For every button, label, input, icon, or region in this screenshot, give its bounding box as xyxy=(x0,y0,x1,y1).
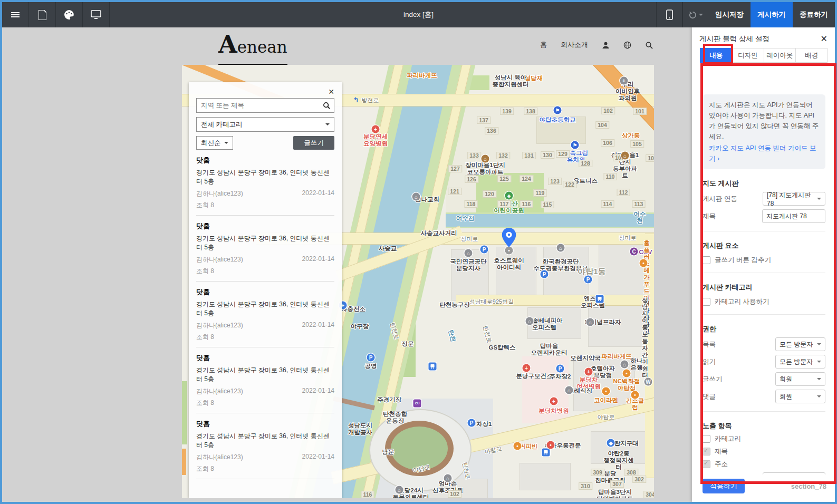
permission-select[interactable]: 모든 방문자 xyxy=(775,337,825,351)
post-date: 2022-01-14 xyxy=(302,321,334,330)
board-close-icon[interactable]: ✕ xyxy=(196,88,334,97)
display-item-checkbox[interactable] xyxy=(703,460,710,468)
board-sort-select[interactable]: 최신순 xyxy=(196,136,233,150)
design-button[interactable] xyxy=(56,2,83,27)
board-title-input[interactable] xyxy=(762,209,825,223)
permission-label: 읽기 xyxy=(703,357,716,366)
permission-label: 댓글 xyxy=(703,392,716,401)
poi-orange-icon: • xyxy=(514,442,522,450)
board-search-input[interactable] xyxy=(197,102,323,109)
post-title: 닷홈 xyxy=(196,287,334,297)
user-icon[interactable] xyxy=(602,41,610,49)
kakao-map[interactable]: 파리바게뜨설담재성남시 육아 종합지원센터두리 이비인후과의원방현로야탑초등학교… xyxy=(182,65,654,498)
panel-close-icon[interactable]: ✕ xyxy=(821,34,828,44)
children-park xyxy=(476,173,544,216)
nav-about[interactable]: 회사소개 xyxy=(561,40,588,50)
post-list-item[interactable]: 닷홈경기도 성남시 분당구 장미로 36, 인터넷 통신센터 5층김하나(ali… xyxy=(196,282,334,347)
divider xyxy=(703,273,825,273)
section-heading-display-items: 노출 항목 xyxy=(703,421,825,431)
post-list-item[interactable]: 닷홈경기도 성남시 분당구 장미로 36, 인터넷 통신센터 5층김하나(ali… xyxy=(196,150,334,216)
post-author: 김하나(alice123) xyxy=(196,255,243,264)
map-label: 성남시 육아 종합지원센터 xyxy=(493,74,529,88)
search-icon[interactable] xyxy=(645,41,653,49)
map-label: 분당 한마음교회 xyxy=(595,470,626,484)
building-number: 302 xyxy=(632,476,646,483)
mobile-view-button[interactable] xyxy=(657,2,682,27)
tab-layout[interactable]: 레이아웃 xyxy=(764,48,796,63)
panel-body: 지도 게시판은 지도 API가 연동되어 있어야 사용이 가능합니다. 지도 A… xyxy=(692,87,835,474)
preview-button[interactable] xyxy=(83,2,110,27)
hide-write-button-checkbox[interactable] xyxy=(703,256,710,264)
globe-icon[interactable] xyxy=(623,41,631,49)
menu-button[interactable] xyxy=(2,2,29,27)
bus-stop-icon xyxy=(429,363,437,371)
builder-toolbar: index [홈] 임시저장 게시하기 종료하기 xyxy=(2,2,835,27)
building-number: 309 xyxy=(591,469,604,476)
map-label: 수타우동전문 xyxy=(545,442,581,449)
post-date: 2022-01-14 xyxy=(302,387,334,396)
building-block xyxy=(519,463,571,490)
display-item-label: 카테고리 xyxy=(715,434,741,443)
building-block xyxy=(588,305,651,347)
yeosu-stream xyxy=(446,212,654,228)
display-item-checkbox[interactable] xyxy=(703,448,710,455)
display-item-label: 주소 xyxy=(715,460,728,469)
post-author: 김하나(alice123) xyxy=(196,453,243,462)
post-list: 닷홈경기도 성남시 분당구 장미로 36, 인터넷 통신센터 5층김하나(ali… xyxy=(196,150,334,479)
use-category-checkbox[interactable] xyxy=(703,298,710,306)
red-dot-icon: • xyxy=(547,441,555,449)
permission-select[interactable]: 회원 xyxy=(775,390,825,403)
building-block xyxy=(451,249,489,301)
post-list-item[interactable]: 닷홈경기도 성남시 분당구 장미로 36, 인터넷 통신센터 5층김하나(ali… xyxy=(196,216,334,282)
undo-button[interactable] xyxy=(683,2,708,27)
post-list-item[interactable]: 닷홈경기도 성남시 분당구 장미로 36, 인터넷 통신센터 5층김하나(ali… xyxy=(196,413,334,479)
publish-button[interactable]: 게시하기 xyxy=(751,2,793,27)
section-heading-map-board: 지도 게시판 xyxy=(703,179,825,188)
nav-home[interactable]: 홈 xyxy=(540,40,547,50)
permission-label: 목록 xyxy=(703,340,716,349)
board-connect-select[interactable]: [78] 지도게시판 78 xyxy=(763,192,825,206)
mobile-phone-icon xyxy=(666,9,673,20)
post-views: 조회 8 xyxy=(196,201,334,210)
kakao-api-guide-link[interactable]: 카카오 지도 API 연동 빌더 가이드 보기 › xyxy=(709,143,819,164)
building-block xyxy=(527,307,581,339)
site-logo[interactable]: Aenean xyxy=(218,31,287,65)
display-item-checkbox[interactable] xyxy=(703,435,710,443)
divider xyxy=(703,231,825,231)
page-button[interactable] xyxy=(29,2,56,27)
stadium-track xyxy=(385,421,454,476)
edge-orange-fragment xyxy=(182,449,186,475)
post-title: 닷홈 xyxy=(196,353,334,363)
apply-button[interactable]: 적용하기 xyxy=(703,479,745,493)
search-icon[interactable] xyxy=(323,102,330,109)
temp-save-button[interactable]: 임시저장 xyxy=(708,2,751,27)
tab-design[interactable]: 디자인 xyxy=(732,48,764,63)
undo-icon xyxy=(688,11,697,20)
permission-select[interactable]: 회원 xyxy=(775,372,825,386)
permission-select[interactable]: 모든 방문자 xyxy=(775,355,825,369)
post-address: 경기도 성남시 분당구 장미로 36, 인터넷 통신센터 5층 xyxy=(196,366,334,384)
post-author: 김하나(alice123) xyxy=(196,189,243,198)
board-category-select[interactable]: 전체 카테고리 xyxy=(196,117,334,132)
write-post-button[interactable]: 글쓰기 xyxy=(293,136,334,150)
hospital-zone xyxy=(522,356,569,423)
post-address: 경기도 성남시 분당구 장미로 36, 인터넷 통신센터 5층 xyxy=(196,168,334,186)
tab-content[interactable]: 내용 xyxy=(700,48,732,63)
divider xyxy=(703,411,825,412)
building-block xyxy=(573,357,635,411)
site-nav: 홈 회사소개 xyxy=(540,40,653,50)
chevron-down-icon xyxy=(325,123,330,128)
building-number: 308 xyxy=(624,469,638,476)
tab-background[interactable]: 배경 xyxy=(795,48,828,63)
post-views: 조회 8 xyxy=(196,464,334,473)
section-heading-board-elements: 게시판 요소 xyxy=(703,241,825,250)
post-list-item[interactable]: 닷홈경기도 성남시 분당구 장미로 36, 인터넷 통신센터 5층김하나(ali… xyxy=(196,347,334,413)
post-author: 김하나(alice123) xyxy=(196,387,243,396)
exit-button[interactable]: 종료하기 xyxy=(793,2,835,27)
section-heading-board-category: 게시판 카테고리 xyxy=(703,283,825,292)
section-id-label: section_78 xyxy=(791,482,826,490)
undo-dropdown-caret xyxy=(699,14,703,18)
post-title: 닷홈 xyxy=(196,221,334,231)
monitor-icon xyxy=(91,10,101,20)
school-grounds xyxy=(536,117,586,144)
